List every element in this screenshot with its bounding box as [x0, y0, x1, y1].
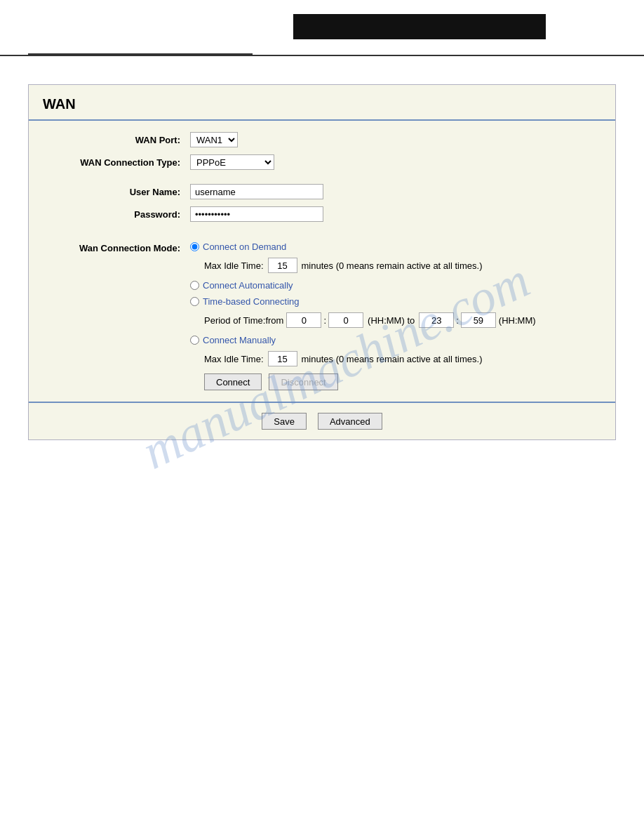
connect-manually-label: Connect Manually [203, 335, 276, 345]
user-name-label: User Name: [43, 187, 190, 197]
hhmm-end-label: (HH:MM) [499, 315, 536, 326]
to-label: (HH:MM) to [368, 315, 415, 326]
wan-connection-mode-label: Wan Connection Mode: [43, 241, 190, 390]
max-idle-time2-input[interactable] [268, 351, 297, 366]
time-based-row: Time-based Connecting [190, 296, 601, 307]
period-to-minute-input[interactable] [461, 312, 496, 328]
connect-automatically-label: Connect Automatically [203, 280, 293, 291]
wan-body: WAN Port: WAN1 WAN2 WAN Connection Type:… [29, 121, 615, 403]
wan-connection-type-row: WAN Connection Type: PPPoE DHCP Static I… [43, 154, 601, 170]
max-idle-time-input[interactable] [268, 258, 297, 273]
time-based-label: Time-based Connecting [203, 296, 300, 307]
connect-button[interactable]: Connect [204, 373, 262, 390]
wan-port-select[interactable]: WAN1 WAN2 [190, 132, 238, 147]
top-bar-black-block [293, 14, 546, 39]
connect-on-demand-radio[interactable] [190, 242, 199, 251]
connect-manually-row: Connect Manually [190, 335, 601, 345]
top-bar-line [28, 53, 253, 55]
wan-port-label: WAN Port: [43, 135, 190, 145]
idle-note: minutes (0 means remain active at all ti… [302, 260, 483, 271]
connect-automatically-row: Connect Automatically [190, 280, 601, 291]
connect-disconnect-row: Connect Disconnect [204, 373, 601, 390]
password-input[interactable] [190, 206, 323, 222]
connect-manually-radio[interactable] [190, 336, 199, 345]
user-name-input[interactable] [190, 184, 323, 199]
period-row: Period of Time:from : (HH:MM) to : (HH:M… [204, 312, 601, 328]
top-bar [0, 0, 644, 56]
colon-2: : [456, 315, 459, 326]
max-idle-time-label: Max Idle Time: [204, 260, 264, 271]
max-idle-time2-row: Max Idle Time: minutes (0 means remain a… [204, 351, 601, 366]
disconnect-button[interactable]: Disconnect [269, 373, 337, 390]
time-based-radio[interactable] [190, 297, 199, 306]
wan-title: WAN [29, 85, 615, 121]
idle-note2: minutes (0 means remain active at all ti… [302, 354, 483, 364]
connect-on-demand-label: Connect on Demand [203, 241, 286, 252]
wan-port-row: WAN Port: WAN1 WAN2 [43, 132, 601, 147]
max-idle-time-row: Max Idle Time: minutes (0 means remain a… [204, 258, 601, 273]
period-to-hour-input[interactable] [419, 312, 454, 328]
wan-footer: Save Advanced [29, 403, 615, 439]
period-from-minute-input[interactable] [328, 312, 363, 328]
period-from-label: Period of Time:from [204, 315, 283, 326]
password-row: Password: [43, 206, 601, 222]
save-button[interactable]: Save [262, 413, 307, 430]
user-name-row: User Name: [43, 184, 601, 199]
wan-connection-type-select[interactable]: PPPoE DHCP Static IP [190, 154, 274, 170]
main-content: WAN WAN Port: WAN1 WAN2 WAN Connection T… [0, 56, 644, 454]
period-from-hour-input[interactable] [286, 312, 321, 328]
colon-1: : [323, 315, 326, 326]
advanced-button[interactable]: Advanced [318, 413, 382, 430]
max-idle-time2-label: Max Idle Time: [204, 354, 264, 364]
connect-on-demand-row: Connect on Demand [190, 241, 601, 252]
wan-connection-type-label: WAN Connection Type: [43, 157, 190, 168]
connect-automatically-radio[interactable] [190, 281, 199, 290]
password-label: Password: [43, 209, 190, 220]
wan-section: WAN WAN Port: WAN1 WAN2 WAN Connection T… [28, 84, 616, 440]
wan-connection-mode-section: Wan Connection Mode: Connect on Demand M… [43, 241, 601, 390]
connection-mode-options: Connect on Demand Max Idle Time: minutes… [190, 241, 601, 390]
